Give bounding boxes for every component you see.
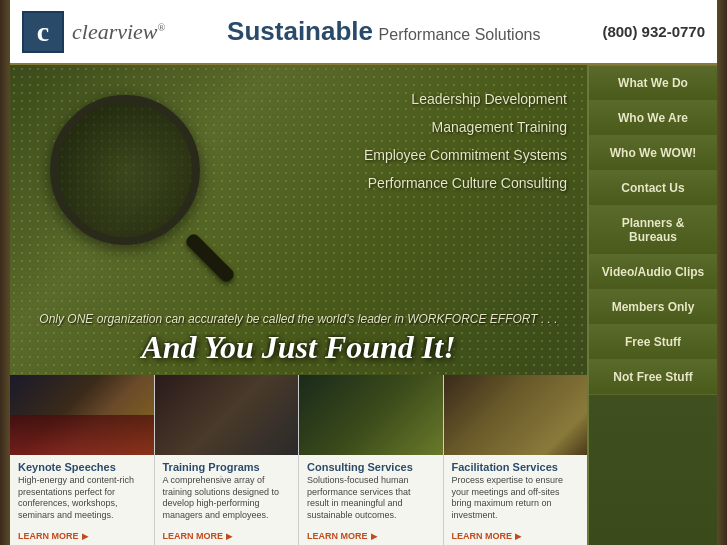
card-training: Training Programs A comprehensive array … (155, 375, 300, 545)
service-item-1: Leadership Development (364, 85, 567, 113)
magnifier-handle (184, 232, 236, 284)
card-keynote: Keynote Speeches High-energy and content… (10, 375, 155, 545)
logo-wordmark: clearview® (72, 19, 165, 45)
nav-item-who-we-are[interactable]: Who We Are (589, 101, 717, 136)
card-desc-consulting: Solutions-focused human performance serv… (307, 475, 435, 528)
nav-item-what-we-do[interactable]: What We Do (589, 65, 717, 101)
card-image-facilitation (444, 375, 588, 455)
card-facilitation: Facilitation Services Process expertise … (444, 375, 588, 545)
nav-item-not-free[interactable]: Not Free Stuff (589, 360, 717, 395)
sidebar: What We Do Who We Are Who We WOW! Contac… (587, 65, 717, 545)
phone-number: (800) 932-0770 (602, 23, 705, 40)
hero-section: Leadership Development Management Traini… (10, 65, 587, 375)
logo-box: c (22, 11, 64, 53)
services-list: Leadership Development Management Traini… (364, 85, 567, 197)
nav-item-who-we-wow[interactable]: Who We WOW! (589, 136, 717, 171)
card-image-consulting (299, 375, 443, 455)
hero-subtitle: Only ONE organization can accurately be … (20, 312, 577, 326)
cards-area: Keynote Speeches High-energy and content… (10, 375, 587, 545)
card-image-training (155, 375, 299, 455)
learn-more-consulting[interactable]: LEARN MORE (307, 531, 435, 541)
learn-more-facilitation[interactable]: LEARN MORE (452, 531, 580, 541)
nav-item-video[interactable]: Video/Audio Clips (589, 255, 717, 290)
magnifier-circle (50, 95, 200, 245)
card-desc-training: A comprehensive array of training soluti… (163, 475, 291, 528)
card-consulting: Consulting Services Solutions-focused hu… (299, 375, 444, 545)
logo-area: c clearview® (22, 11, 165, 53)
card-image-keynote (10, 375, 154, 455)
nav-item-members[interactable]: Members Only (589, 290, 717, 325)
magnifier-graphic (30, 85, 250, 285)
nav-item-contact-us[interactable]: Contact Us (589, 171, 717, 206)
card-desc-keynote: High-energy and content-rich presentatio… (18, 475, 146, 528)
header: c clearview® Sustainable Performance Sol… (10, 0, 717, 65)
service-item-4: Performance Culture Consulting (364, 169, 567, 197)
content-area: Leadership Development Management Traini… (10, 65, 587, 545)
card-title-keynote: Keynote Speeches (18, 461, 146, 473)
hero-text-area: Only ONE organization can accurately be … (10, 312, 587, 365)
right-border (717, 0, 727, 545)
left-border (0, 0, 10, 545)
tagline: Sustainable Performance Solutions (165, 16, 602, 47)
main-layout: Leadership Development Management Traini… (10, 65, 717, 545)
service-item-3: Employee Commitment Systems (364, 141, 567, 169)
learn-more-keynote[interactable]: LEARN MORE (18, 531, 146, 541)
service-item-2: Management Training (364, 113, 567, 141)
nav-item-planners[interactable]: Planners & Bureaus (589, 206, 717, 255)
nav-item-free-stuff[interactable]: Free Stuff (589, 325, 717, 360)
card-title-training: Training Programs (163, 461, 291, 473)
card-title-facilitation: Facilitation Services (452, 461, 580, 473)
card-title-consulting: Consulting Services (307, 461, 435, 473)
learn-more-training[interactable]: LEARN MORE (163, 531, 291, 541)
hero-main-text: And You Just Found It! (20, 330, 577, 365)
card-desc-facilitation: Process expertise to ensure your meeting… (452, 475, 580, 528)
logo-c: c (37, 16, 49, 48)
